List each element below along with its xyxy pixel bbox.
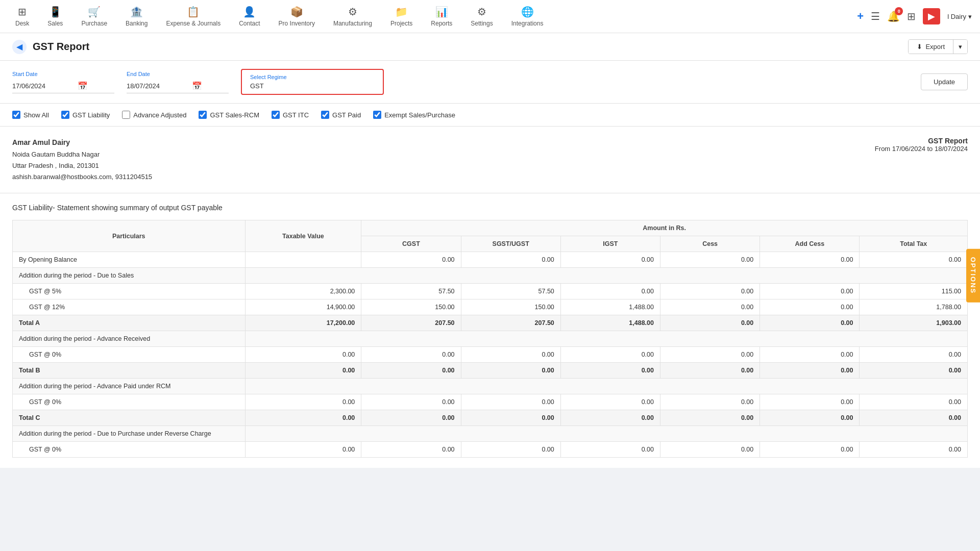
checkbox-show_all[interactable]: Show All xyxy=(12,111,49,119)
youtube-button[interactable]: ▶ xyxy=(923,8,940,24)
checkbox-input-gst_sales_rcm[interactable] xyxy=(199,111,207,119)
row-cell-10-4: 0.00 xyxy=(660,410,760,426)
nav-item-reports[interactable]: 📊Reports xyxy=(424,3,459,30)
row-cell-10-6: 0.00 xyxy=(860,410,968,426)
start-date-calendar-icon[interactable]: 📅 xyxy=(78,81,88,91)
reports-nav-label: Reports xyxy=(431,20,452,27)
nav-right-actions: + ☰ 🔔 0 ⊞ ▶ l Dairy ▾ xyxy=(857,8,972,24)
checkbox-advance_adjusted[interactable]: Advance Adjusted xyxy=(122,111,186,119)
row-cell-6-2: 0.00 xyxy=(461,347,560,363)
nav-items-container: ⊞Desk📱Sales🛒Purchase🏦Banking📋Expense & J… xyxy=(8,3,857,30)
nav-item-pro_inventory[interactable]: 📦Pro Inventory xyxy=(272,3,322,30)
row-cell-0-4: 0.00 xyxy=(660,252,760,268)
gst-table: Particulars Taxable Value Amount in Rs. … xyxy=(12,220,968,458)
projects-nav-label: Projects xyxy=(390,20,412,27)
list-icon-btn[interactable]: ☰ xyxy=(871,10,880,22)
table-row: GST @ 0%0.000.000.000.000.000.000.00 xyxy=(13,394,968,410)
checkbox-label-gst_paid: GST Paid xyxy=(332,111,361,119)
export-dropdown-arrow[interactable]: ▾ xyxy=(953,40,967,54)
row-label-3: GST @ 12% xyxy=(13,299,246,315)
options-sidebar[interactable]: OPTIONS xyxy=(966,249,980,303)
row-label-11: Addition during the period - Due to Purc… xyxy=(13,426,246,442)
checkbox-label-exempt_sales: Exempt Sales/Purchase xyxy=(384,111,455,119)
row-cell-12-3: 0.00 xyxy=(560,442,660,458)
checkbox-input-show_all[interactable] xyxy=(12,111,20,119)
row-cell-12-0: 0.00 xyxy=(245,442,361,458)
checkbox-input-exempt_sales[interactable] xyxy=(373,111,381,119)
end-date-input[interactable] xyxy=(127,82,188,90)
row-cell-0-0 xyxy=(245,252,361,268)
nav-item-sales[interactable]: 📱Sales xyxy=(40,3,70,30)
nav-item-expense[interactable]: 📋Expense & Journals xyxy=(159,3,228,30)
table-row: GST @ 0%0.000.000.000.000.000.000.00 xyxy=(13,442,968,458)
pro_inventory-nav-label: Pro Inventory xyxy=(279,20,315,27)
back-icon: ◀ xyxy=(16,42,22,52)
table-row: GST @ 12%14,900.00150.00150.001,488.000.… xyxy=(13,299,968,315)
table-row: Total A17,200.00207.50207.501,488.000.00… xyxy=(13,315,968,331)
regime-field[interactable]: Select Regime GST xyxy=(241,69,384,95)
expense-nav-icon: 📋 xyxy=(187,6,200,18)
th-total-tax: Total Tax xyxy=(860,236,968,252)
end-date-calendar-icon[interactable]: 📅 xyxy=(192,81,202,91)
table-row: Addition during the period - Advance Rec… xyxy=(13,331,968,347)
export-button[interactable]: ⬇ Export ▾ xyxy=(908,39,968,54)
checkbox-gst_paid[interactable]: GST Paid xyxy=(321,111,361,119)
row-label-2: GST @ 5% xyxy=(13,284,246,299)
grid-icon-btn[interactable]: ⊞ xyxy=(907,10,916,22)
purchase-nav-label: Purchase xyxy=(81,20,107,27)
th-sgst: SGST/UGST xyxy=(461,236,560,252)
nav-item-purchase[interactable]: 🛒Purchase xyxy=(74,3,114,30)
reports-nav-icon: 📊 xyxy=(435,6,448,18)
row-empty-11 xyxy=(245,426,967,442)
nav-item-banking[interactable]: 🏦Banking xyxy=(118,3,155,30)
company-selector[interactable]: l Dairy ▾ xyxy=(947,13,972,20)
nav-item-manufacturing[interactable]: ⚙Manufacturing xyxy=(326,3,379,30)
back-button[interactable]: ◀ xyxy=(12,40,27,54)
checkbox-exempt_sales[interactable]: Exempt Sales/Purchase xyxy=(373,111,455,119)
row-empty-1 xyxy=(245,268,967,284)
company-address2: Uttar Pradesh , India, 201301 xyxy=(12,160,152,171)
section-title: GST Liability- Statement showing summary… xyxy=(12,204,968,212)
row-cell-7-2: 0.00 xyxy=(461,363,560,379)
row-cell-6-5: 0.00 xyxy=(760,347,860,363)
checkbox-input-advance_adjusted[interactable] xyxy=(122,111,130,119)
checkbox-gst_liability[interactable]: GST Liability xyxy=(61,111,110,119)
start-date-input[interactable] xyxy=(12,82,74,90)
row-cell-3-3: 1,488.00 xyxy=(560,299,660,315)
row-cell-6-3: 0.00 xyxy=(560,347,660,363)
row-label-5: Addition during the period - Advance Rec… xyxy=(13,331,246,347)
row-cell-0-2: 0.00 xyxy=(461,252,560,268)
nav-item-projects[interactable]: 📁Projects xyxy=(383,3,420,30)
expense-nav-label: Expense & Journals xyxy=(166,20,220,27)
export-main-btn[interactable]: ⬇ Export xyxy=(909,40,953,54)
page-header: ◀ GST Report ⬇ Export ▾ xyxy=(0,33,980,61)
th-cgst: CGST xyxy=(361,236,461,252)
settings-nav-label: Settings xyxy=(471,20,493,27)
banking-nav-icon: 🏦 xyxy=(130,6,143,18)
row-cell-6-1: 0.00 xyxy=(361,347,461,363)
end-date-label: End Date xyxy=(127,71,229,77)
nav-item-settings[interactable]: ⚙Settings xyxy=(463,3,500,30)
manufacturing-nav-label: Manufacturing xyxy=(333,20,372,27)
sales-nav-icon: 📱 xyxy=(49,6,62,18)
checkbox-input-gst_paid[interactable] xyxy=(321,111,329,119)
nav-item-contact[interactable]: 👤Contact xyxy=(232,3,267,30)
banking-nav-label: Banking xyxy=(126,20,148,27)
checkbox-gst_sales_rcm[interactable]: GST Sales-RCM xyxy=(199,111,259,119)
row-empty-5 xyxy=(245,331,967,347)
checkbox-input-gst_itc[interactable] xyxy=(272,111,280,119)
top-navigation: ⊞Desk📱Sales🛒Purchase🏦Banking📋Expense & J… xyxy=(0,0,980,33)
update-button[interactable]: Update xyxy=(921,73,968,90)
th-amount-rs: Amount in Rs. xyxy=(361,220,968,236)
nav-item-desk[interactable]: ⊞Desk xyxy=(8,3,36,30)
add-button[interactable]: + xyxy=(857,10,864,23)
integrations-nav-icon: 🌐 xyxy=(521,6,534,18)
integrations-nav-label: Integrations xyxy=(511,20,544,27)
checkbox-input-gst_liability[interactable] xyxy=(61,111,69,119)
company-email-phone: ashish.baranwal@hostbooks.com, 931120451… xyxy=(12,171,152,183)
nav-item-integrations[interactable]: 🌐Integrations xyxy=(504,3,551,30)
notification-icon-btn[interactable]: 🔔 0 xyxy=(887,10,900,22)
row-cell-9-2: 0.00 xyxy=(461,394,560,410)
th-igst: IGST xyxy=(560,236,660,252)
checkbox-gst_itc[interactable]: GST ITC xyxy=(272,111,309,119)
